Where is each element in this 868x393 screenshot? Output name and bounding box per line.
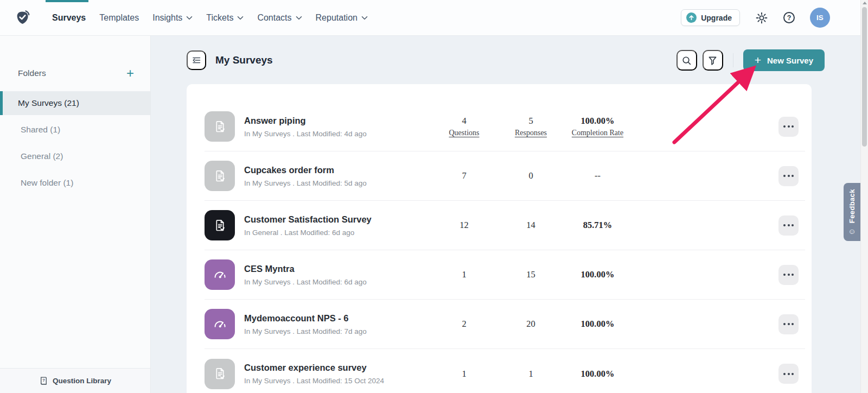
top-bar: Surveys Templates Insights Tickets Conta… (0, 0, 868, 36)
nav-item-label: Contacts (257, 13, 291, 23)
chevron-down-icon (186, 16, 193, 20)
ellipsis-icon (783, 373, 786, 375)
survey-row-main: Cupcakes order form In My Surveys . Last… (205, 161, 431, 191)
collapse-sidebar-button[interactable] (187, 50, 206, 70)
survey-meta: In My Surveys . Last Modified: 5d ago (244, 179, 367, 187)
survey-title: Customer experience survey (244, 363, 384, 373)
add-folder-icon[interactable]: + (126, 68, 134, 78)
folder-list: My Surveys (21)Shared (1)General (2)New … (0, 91, 150, 195)
feedback-tab[interactable]: Feedback ☺ (844, 183, 860, 241)
questions-count: 1 (462, 269, 466, 280)
completion-rate-value: 100.00% (581, 319, 615, 329)
survey-title: Customer Satisfaction Survey (244, 214, 372, 225)
survey-title: CES Myntra (244, 264, 367, 274)
completion-rate-value: 100.00% (581, 269, 615, 280)
questions-label[interactable]: Questions (449, 129, 480, 137)
scrollbar-up-arrow[interactable] (863, 2, 867, 4)
survey-row-main: Mydemoaccount NPS - 6 In My Surveys . La… (205, 309, 431, 339)
survey-row[interactable]: Cupcakes order form In My Surveys . Last… (205, 151, 805, 201)
completion-rate-value: -- (595, 170, 601, 181)
sidebar-item-shared-1-[interactable]: Shared (1) (0, 118, 150, 142)
nav-item-label: Templates (99, 13, 139, 23)
nav-item-surveys[interactable]: Surveys (52, 13, 86, 23)
row-more-actions-button[interactable] (778, 265, 799, 285)
settings-gear-icon[interactable] (755, 11, 768, 24)
main-content: My Surveys + New Survey (151, 36, 868, 393)
gauge-icon (205, 309, 235, 339)
page-title: My Surveys (215, 54, 273, 66)
completion-rate-value: 100.00% (581, 116, 615, 126)
ellipsis-icon (783, 274, 786, 276)
survey-document-icon (205, 210, 235, 240)
smiley-icon: ☺ (848, 227, 856, 235)
folders-header: Folders + (0, 68, 150, 78)
completion-rate-value: 85.71% (583, 220, 612, 231)
nav-item-templates[interactable]: Templates (99, 13, 139, 23)
upgrade-arrow-icon (686, 12, 697, 23)
logo-shield-check-icon (15, 9, 30, 26)
survey-stats: 4 Questions 5 Responses 100.00% Completi… (431, 116, 631, 137)
sidebar-item-general-2-[interactable]: General (2) (0, 144, 150, 168)
nav-item-contacts[interactable]: Contacts (257, 13, 302, 23)
header-divider (733, 53, 733, 67)
plus-icon: + (755, 54, 761, 66)
folders-title: Folders (18, 68, 46, 78)
help-icon[interactable]: ? (783, 12, 795, 23)
chevron-down-icon (237, 16, 244, 20)
ellipsis-icon (783, 175, 786, 177)
feedback-tab-label: Feedback (848, 189, 856, 223)
nav-item-insights[interactable]: Insights (152, 13, 193, 23)
search-icon (681, 55, 692, 66)
svg-text:?: ? (42, 378, 45, 383)
scrollbar-thumb[interactable] (862, 7, 867, 147)
row-more-actions-button[interactable] (778, 364, 799, 384)
survey-meta: In General . Last Modified: 6d ago (244, 229, 372, 237)
row-more-actions-button[interactable] (778, 117, 799, 137)
sidebar-item-my-surveys-21-[interactable]: My Surveys (21) (0, 91, 150, 115)
filter-funnel-icon (707, 55, 718, 66)
header-actions: + New Survey (676, 49, 825, 71)
survey-row[interactable]: CES Myntra In My Surveys . Last Modified… (205, 250, 805, 300)
survey-row[interactable]: Customer Satisfaction Survey In General … (205, 201, 805, 250)
row-more-actions-button[interactable] (778, 215, 799, 236)
responses-count: 15 (526, 269, 535, 280)
questions-count: 12 (459, 220, 469, 231)
nav-item-tickets[interactable]: Tickets (206, 13, 244, 23)
responses-count: 20 (526, 319, 535, 329)
survey-row[interactable]: Mydemoaccount NPS - 6 In My Surveys . La… (205, 300, 805, 349)
questions-count: 1 (462, 369, 466, 379)
sidebar-item-new-folder-1-[interactable]: New folder (1) (0, 171, 150, 195)
questions-count: 2 (462, 319, 466, 329)
row-more-actions-button[interactable] (778, 166, 799, 186)
nav-item-label: Tickets (206, 13, 233, 23)
survey-row[interactable]: Customer experience survey In My Surveys… (205, 349, 805, 393)
question-library-button[interactable]: ? Question Library (0, 368, 150, 393)
folders-sidebar: Folders + My Surveys (21)Shared (1)Gener… (0, 36, 151, 393)
nav-item-reputation[interactable]: Reputation (316, 13, 368, 23)
survey-stats: 7 0 -- (431, 170, 631, 181)
survey-stats: 1 15 100.00% (431, 269, 631, 280)
survey-document-icon (205, 161, 235, 191)
survey-row-main: CES Myntra In My Surveys . Last Modified… (205, 259, 431, 290)
survey-row[interactable]: Answer piping In My Surveys . Last Modif… (205, 102, 805, 151)
upgrade-button[interactable]: Upgrade (681, 9, 740, 26)
filter-button[interactable] (703, 50, 723, 71)
active-tab-indicator (46, 0, 88, 2)
survey-stats: 1 1 100.00% (431, 369, 631, 379)
new-survey-label: New Survey (767, 56, 813, 65)
app-logo[interactable] (15, 9, 30, 26)
responses-label[interactable]: Responses (515, 129, 547, 137)
collapse-sidebar-icon (191, 55, 202, 66)
avatar[interactable]: IS (810, 8, 830, 28)
content-header: My Surveys + New Survey (151, 36, 868, 71)
survey-meta: In My Surveys . Last Modified: 15 Oct 20… (244, 377, 384, 385)
row-more-actions-button[interactable] (778, 314, 799, 334)
survey-list-card: Answer piping In My Surveys . Last Modif… (187, 84, 812, 393)
ellipsis-icon (783, 323, 786, 325)
page-scrollbar[interactable] (860, 0, 868, 393)
completion-rate-label[interactable]: Completion Rate (572, 129, 623, 137)
new-survey-button[interactable]: + New Survey (743, 49, 825, 71)
nav-item-label: Insights (152, 13, 182, 23)
top-bar-right: Upgrade ? IS (681, 8, 830, 28)
search-button[interactable] (676, 50, 697, 71)
